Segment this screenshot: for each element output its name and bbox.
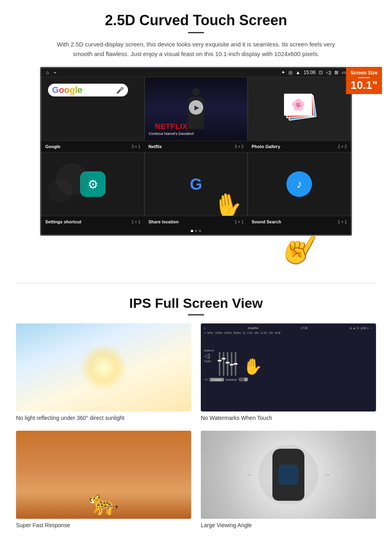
amp-hand-icon: ✋ (243, 357, 263, 376)
device-mockup: ⌂ ⌁ ✦ ◎ ▲ 15:06 ⊡ ◁) ⊠ ▭ (40, 67, 352, 236)
car-visual: ← → (201, 431, 376, 519)
amp-custom-button[interactable]: Custom (210, 378, 224, 381)
feature-img-car: ← → (201, 431, 376, 519)
dot-3 (199, 230, 201, 232)
app-cell-settings[interactable]: ⚙ (41, 152, 144, 216)
amp-toggle[interactable] (238, 377, 248, 381)
amp-handle-5 (234, 363, 238, 365)
google-logo: Google (52, 85, 82, 95)
music-note-icon: ♪ (296, 178, 302, 191)
app-label-gallery: Photo Gallery 2 × 2 (248, 143, 351, 151)
app-label-netflix: Netflix 3 × 2 (144, 143, 248, 151)
netflix-play-button[interactable]: ▶ (189, 100, 203, 114)
section1-divider (188, 32, 204, 33)
netflix-app-name: Netflix (148, 144, 162, 149)
feature-grid: No light reflecting under 360° direct su… (16, 323, 376, 528)
gear-icon: ⚙ (88, 177, 98, 191)
app-cell-netflix[interactable]: ▶ NETFLIX Continue Marvel's Daredevil (144, 77, 248, 141)
netflix-overlay: NETFLIX Continue Marvel's Daredevil (149, 122, 194, 136)
time-display: 15:06 (304, 70, 316, 75)
bluetooth-icon: ✦ (281, 70, 285, 75)
usb-icon: ⌁ (54, 70, 56, 75)
screen-size-label: Screen Size (349, 70, 379, 76)
cheetah-visual: 🐆 (16, 431, 191, 519)
amp-title: Amplifier (248, 327, 258, 330)
amp-handle-1 (218, 360, 222, 361)
share-g-logo: G (190, 175, 202, 193)
figure-head (192, 88, 200, 96)
amp-handle-4 (230, 364, 234, 365)
amp-handle-3 (226, 362, 230, 363)
amp-fader-label: Fader (204, 360, 214, 363)
status-left-icons: ⌂ ⌁ (46, 70, 56, 75)
photo-card-3: 🌸 (284, 94, 312, 116)
section2-title: IPS Full Screen View (16, 295, 376, 311)
amp-loudness-label: loudness (226, 378, 237, 381)
device-screen: ⌂ ⌁ ✦ ◎ ▲ 15:06 ⊡ ◁) ⊠ ▭ (40, 67, 352, 236)
app-grid-row2: ⚙ G ✋ ♪ (41, 152, 351, 216)
photo-stack: 🌸 (283, 93, 315, 125)
amp-time: 17:33 (301, 327, 308, 330)
amp-slider-2 (223, 352, 224, 376)
app-cell-music[interactable]: ♪ (248, 152, 351, 216)
sky-visual (16, 323, 191, 411)
amp-freq-2k5: 2.5k (247, 331, 252, 334)
amp-freq-500: 500hz (233, 331, 241, 334)
music-app-name: Sound Search (252, 219, 281, 224)
amplifier-visual: ⌂ Amplifier 17:33 ◎ ▲ ⊡ ◁) ⊠ ▭ → ≡ 60hz … (201, 323, 376, 411)
amp-bottom-controls: ◁◁ Custom loudness (204, 377, 373, 381)
settings-app-name: Settings shortcut (45, 219, 81, 224)
amp-balance-label: Balance (204, 349, 214, 352)
status-bar: ⌂ ⌁ ✦ ◎ ▲ 15:06 ⊡ ◁) ⊠ ▭ (41, 68, 351, 77)
share-app-size: 1 × 1 (234, 220, 244, 224)
right-arrow-icon: → (324, 471, 330, 478)
screen-size-badge: Screen Size 10.1" (346, 67, 382, 94)
netflix-app-size: 3 × 2 (234, 145, 244, 149)
amp-header: ⌂ Amplifier 17:33 ◎ ▲ ⊡ ◁) ⊠ ▭ → (204, 327, 373, 330)
section-divider-hr (16, 283, 376, 283)
amp-label-settings-icon: ≡ (204, 331, 206, 334)
amp-home-icon: ⌂ (204, 327, 206, 330)
app-label-row1: Google 3 × 1 Netflix 3 × 2 Photo Gallery… (41, 141, 351, 152)
badge-divider (358, 77, 370, 78)
amp-freq-1k: 1k (243, 331, 246, 334)
feature-label-fast-response: Super Fast Response (16, 522, 191, 528)
music-app-size: 1 × 1 (338, 220, 347, 224)
amp-left-controls: Balance ◁) Fader (204, 349, 214, 363)
left-arrow-icon: ← (246, 471, 253, 478)
netflix-subtitle: Continue Marvel's Daredevil (149, 132, 194, 136)
home-icon: ⌂ (46, 70, 49, 75)
section-curved-screen: 2.5D Curved Touch Screen With 2.5D curve… (0, 0, 392, 275)
app-label-music: Sound Search 1 × 1 (248, 218, 351, 226)
hand-pointing-icon: ✋ (211, 189, 245, 216)
amp-slider-3 (227, 352, 228, 376)
amp-freq-100: 100hz (215, 331, 222, 334)
app-cell-gallery[interactable]: 🌸 (248, 77, 351, 141)
amp-freq-labels: ≡ 60hz 100hz 200hz 500hz 1k 2.5k 10k 12.… (204, 331, 373, 334)
app-cell-share[interactable]: G ✋ (144, 152, 248, 216)
amp-icons: ◎ ▲ ⊡ ◁) ⊠ ▭ → (350, 327, 373, 330)
amp-controls: Balance ◁) Fader (204, 336, 373, 376)
feature-no-watermarks: ⌂ Amplifier 17:33 ◎ ▲ ⊡ ◁) ⊠ ▭ → ≡ 60hz … (201, 323, 376, 421)
app-grid-row1: Google 🎤 ▶ NETFLIX (41, 77, 351, 141)
google-mic-icon: 🎤 (116, 86, 124, 94)
feature-img-sky (16, 323, 191, 411)
play-icon: ▶ (194, 104, 199, 111)
amp-slider-1 (219, 352, 220, 376)
car-windshield (278, 465, 298, 485)
screen-size-value: 10.1" (349, 80, 379, 91)
sun-ray (80, 343, 128, 391)
gallery-app-size: 2 × 2 (338, 145, 347, 149)
amp-freq-60: 60hz (207, 331, 213, 334)
app-cell-google: Google 🎤 (41, 77, 144, 141)
amp-slider-4 (231, 352, 232, 376)
amp-freq-10k: 10k (254, 331, 258, 334)
music-icon-bg: ♪ (286, 171, 312, 197)
wifi-icon: ▲ (296, 70, 300, 75)
google-search-bar[interactable]: Google 🎤 (48, 84, 128, 96)
app-label-google: Google 3 × 1 (41, 143, 144, 151)
feature-fast-response: 🐆 Super Fast Response (16, 431, 191, 528)
app-label-settings: Settings shortcut 1 × 1 (41, 218, 144, 226)
section-ips: IPS Full Screen View No light reflecting… (0, 291, 392, 536)
amp-handle-2 (222, 358, 226, 359)
